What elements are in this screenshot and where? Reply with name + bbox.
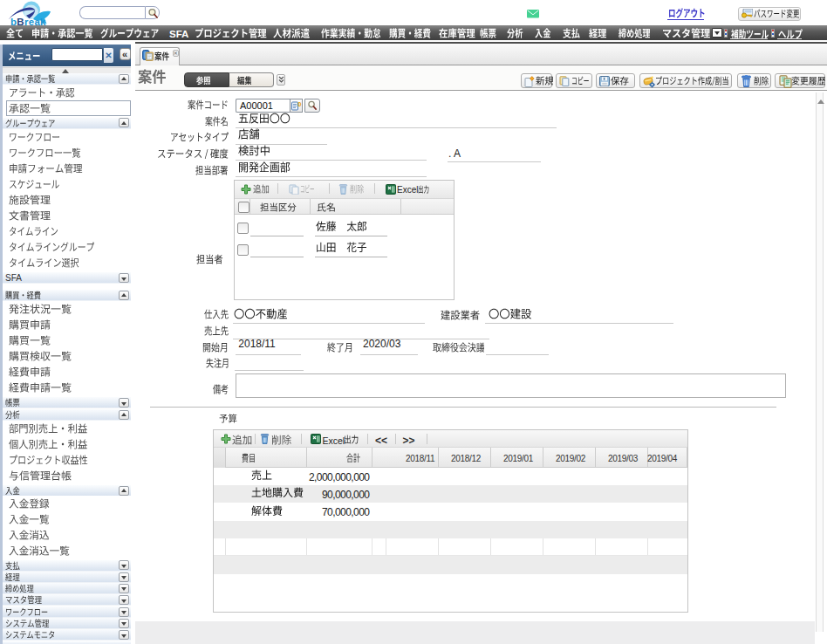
- svg-text:0: 0: [298, 101, 302, 107]
